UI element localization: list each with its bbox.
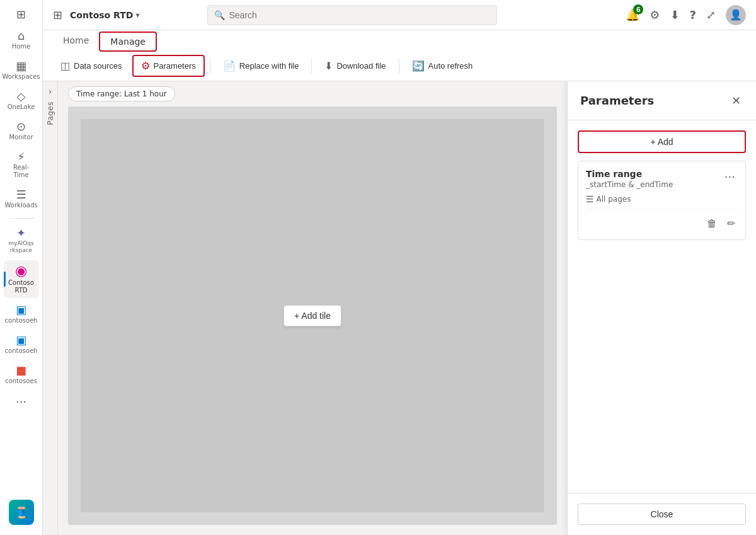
parameters-button[interactable]: ⚙ Parameters xyxy=(132,55,205,77)
replace-file-icon: 📄 xyxy=(223,60,236,72)
data-sources-button[interactable]: ◫ Data sources xyxy=(53,56,130,76)
panel-title: Parameters xyxy=(580,94,654,107)
canvas-area: + Add tile xyxy=(68,106,557,525)
download-file-button[interactable]: ⬇ Download file xyxy=(317,56,393,76)
download-icon[interactable]: ⬇ xyxy=(670,8,679,21)
tab-home[interactable]: Home xyxy=(53,30,99,52)
pages-chevron-icon: › xyxy=(49,86,52,96)
tab-manage[interactable]: Manage xyxy=(99,32,157,52)
replace-file-button[interactable]: 📄 Replace with file xyxy=(215,56,307,76)
contosoeh2-icon: ▣ xyxy=(16,335,26,346)
canvas-wrapper: Time range: Last 1 hour + Add tile xyxy=(58,81,567,535)
add-parameter-button[interactable]: + Add xyxy=(578,130,746,153)
panel-close-button[interactable]: ✕ xyxy=(729,91,743,110)
left-nav: ⊞ ⌂ Home ▦ Workspaces ◇ OneLake ⊙ Monito… xyxy=(0,0,43,535)
parameters-icon: ⚙ xyxy=(141,60,150,72)
nav-separator xyxy=(9,218,34,219)
parameter-item-time-range: Time range _startTime & _endTime ··· ☰ A… xyxy=(578,161,746,240)
param-item-header: Time range _startTime & _endTime ··· xyxy=(586,169,738,189)
nav-item-myai[interactable]: ✦ myAIOqsrkspace xyxy=(4,224,39,258)
time-range-filter[interactable]: Time range: Last 1 hour xyxy=(68,86,175,101)
nav-item-contosoes[interactable]: ■ contosoes xyxy=(4,361,39,389)
share-icon[interactable]: ⤢ xyxy=(706,8,716,21)
app-title[interactable]: Contoso RTD ▾ xyxy=(70,10,139,20)
ribbon-tabs: Home Manage xyxy=(43,30,756,51)
nav-item-onelake[interactable]: ◇ OneLake xyxy=(4,87,39,115)
param-name: Time range xyxy=(586,169,673,179)
close-panel-button[interactable]: Close xyxy=(578,503,746,525)
panel-body: + Add Time range _startTime & _endTime ·… xyxy=(568,120,756,493)
notifications-icon[interactable]: 🔔 6 xyxy=(626,8,639,21)
auto-refresh-icon: 🔄 xyxy=(412,60,425,72)
help-icon[interactable]: ? xyxy=(690,8,696,21)
content-area: › Pages Time range: Last 1 hour + Add ti… xyxy=(43,81,756,535)
canvas-inner: + Add tile xyxy=(81,119,544,512)
pages-sidebar[interactable]: › Pages xyxy=(43,81,58,535)
settings-icon[interactable]: ⚙ xyxy=(650,8,660,21)
nav-grid-icon[interactable]: ⊞ xyxy=(4,5,39,24)
param-actions: 🗑 ✏ xyxy=(586,209,738,232)
grid-icon: ⊞ xyxy=(16,9,26,20)
workspaces-icon: ▦ xyxy=(16,60,26,72)
nav-item-workloads[interactable]: ☰ Workloads xyxy=(4,185,39,213)
search-box[interactable]: 🔍 xyxy=(207,5,497,25)
panel-footer: Close xyxy=(568,493,756,535)
filter-bar: Time range: Last 1 hour xyxy=(58,81,567,106)
nav-item-contoso-rtd[interactable]: ◉ Contoso RTD xyxy=(4,260,39,298)
nav-fabric[interactable]: 🧵 xyxy=(9,500,34,525)
nav-item-realtime[interactable]: ⚡ Real-Time xyxy=(4,147,39,183)
monitor-icon: ⊙ xyxy=(16,121,26,132)
home-icon: ⌂ xyxy=(18,30,25,42)
download-file-icon: ⬇ xyxy=(324,60,333,72)
realtime-icon: ⚡ xyxy=(17,151,25,163)
ribbon-divider-3 xyxy=(399,59,399,74)
panel-header: Parameters ✕ xyxy=(568,81,756,120)
nav-item-contosoeh2[interactable]: ▣ contosoeh xyxy=(4,331,39,359)
main-area: ⊞ Contoso RTD ▾ 🔍 🔔 6 ⚙ ⬇ ? ⤢ 👤 Home Ma xyxy=(43,0,756,535)
auto-refresh-button[interactable]: 🔄 Auto refresh xyxy=(404,56,481,76)
ribbon-divider xyxy=(210,59,210,74)
nav-more[interactable]: ··· xyxy=(12,391,30,412)
param-description: _startTime & _endTime xyxy=(586,180,673,189)
param-delete-button[interactable]: 🗑 xyxy=(704,215,719,232)
param-pages: ☰ All pages xyxy=(586,194,738,204)
nav-item-monitor[interactable]: ⊙ Monitor xyxy=(4,117,39,145)
notification-badge: 6 xyxy=(633,4,643,14)
search-input[interactable] xyxy=(229,10,490,20)
param-more-button[interactable]: ··· xyxy=(722,169,738,185)
contosoeh1-icon: ▣ xyxy=(16,304,26,316)
ribbon: Home Manage ◫ Data sources ⚙ Parameters … xyxy=(43,30,756,81)
ribbon-divider-2 xyxy=(311,59,312,74)
myai-icon: ✦ xyxy=(16,227,26,239)
user-avatar[interactable]: 👤 xyxy=(726,5,746,25)
top-bar-actions: 🔔 6 ⚙ ⬇ ? ⤢ 👤 xyxy=(626,5,746,25)
app-title-chevron: ▾ xyxy=(135,11,139,20)
ribbon-actions: ◫ Data sources ⚙ Parameters 📄 Replace wi… xyxy=(43,51,756,81)
param-info: Time range _startTime & _endTime xyxy=(586,169,673,189)
nav-item-home[interactable]: ⌂ Home xyxy=(4,26,39,54)
contoso-rtd-icon: ◉ xyxy=(15,264,27,278)
search-icon: 🔍 xyxy=(214,10,225,20)
add-tile-button[interactable]: + Add tile xyxy=(284,305,341,326)
nav-item-workspaces[interactable]: ▦ Workspaces xyxy=(4,57,39,84)
data-sources-icon: ◫ xyxy=(60,60,70,72)
workloads-icon: ☰ xyxy=(16,189,26,200)
contosoes-icon: ■ xyxy=(16,365,26,376)
right-panel: Parameters ✕ + Add Time range _startTime… xyxy=(567,81,756,535)
all-pages-icon: ☰ xyxy=(586,194,594,204)
onelake-icon: ◇ xyxy=(17,91,26,102)
nav-item-contosoeh1[interactable]: ▣ contosoeh xyxy=(4,301,39,328)
pages-label: Pages xyxy=(46,101,55,125)
grid-menu-icon[interactable]: ⊞ xyxy=(53,8,62,21)
top-bar: ⊞ Contoso RTD ▾ 🔍 🔔 6 ⚙ ⬇ ? ⤢ 👤 xyxy=(43,0,756,30)
param-edit-button[interactable]: ✏ xyxy=(724,215,738,232)
